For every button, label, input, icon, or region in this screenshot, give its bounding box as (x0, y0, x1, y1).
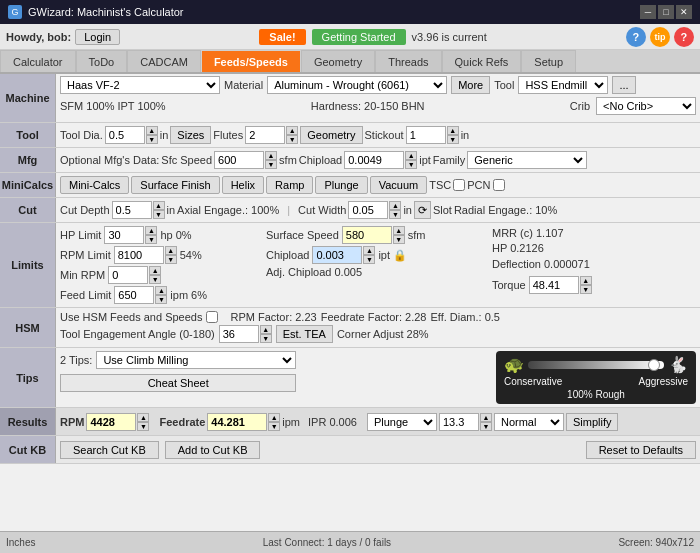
maximize-button[interactable]: □ (658, 5, 674, 19)
plunge-button[interactable]: Plunge (315, 176, 367, 194)
hp-up[interactable]: ▲ (145, 226, 157, 235)
cut-depth-input[interactable] (112, 201, 152, 219)
tab-todo[interactable]: ToDo (76, 50, 128, 72)
feed-limit-down[interactable]: ▼ (155, 295, 167, 304)
flutes-input[interactable] (245, 126, 285, 144)
sfc-down[interactable]: ▼ (265, 160, 277, 169)
material-select[interactable]: Aluminum - Wrought (6061) (267, 76, 447, 94)
ss-up[interactable]: ▲ (393, 226, 405, 235)
minimize-button[interactable]: ─ (640, 5, 656, 19)
login-button[interactable]: Login (75, 29, 120, 45)
geometry-button[interactable]: Geometry (300, 126, 362, 144)
ss-down[interactable]: ▼ (393, 235, 405, 244)
tip-select[interactable]: Use Climb Milling (96, 351, 296, 369)
surface-finish-button[interactable]: Surface Finish (131, 176, 219, 194)
sale-button[interactable]: Sale! (259, 29, 305, 45)
torque-down[interactable]: ▼ (580, 285, 592, 294)
more-button[interactable]: More (451, 76, 490, 94)
feed-limit-input[interactable] (114, 286, 154, 304)
surface-speed-input[interactable] (342, 226, 392, 244)
plunge-val-down[interactable]: ▼ (480, 422, 492, 431)
cheat-sheet-button[interactable]: Cheat Sheet (60, 374, 296, 392)
tip-button[interactable]: tip (650, 27, 670, 47)
help-button[interactable]: ? (626, 27, 646, 47)
chip-down[interactable]: ▼ (405, 160, 417, 169)
flutes-down[interactable]: ▼ (286, 135, 298, 144)
rpm-down[interactable]: ▼ (137, 422, 149, 431)
stickout-up[interactable]: ▲ (447, 126, 459, 135)
sfc-up[interactable]: ▲ (265, 151, 277, 160)
rpm-up[interactable]: ▲ (137, 413, 149, 422)
feedrate-result-input[interactable] (207, 413, 267, 431)
feedrate-up[interactable]: ▲ (268, 413, 280, 422)
sfc-speed-input[interactable] (214, 151, 264, 169)
sizes-button[interactable]: Sizes (170, 126, 211, 144)
tool-dia-down[interactable]: ▼ (146, 135, 158, 144)
mini-calcs-button[interactable]: Mini-Calcs (60, 176, 129, 194)
rpm-limit-down[interactable]: ▼ (165, 255, 177, 264)
cut-width-up[interactable]: ▲ (389, 201, 401, 210)
hp-limit-input[interactable] (104, 226, 144, 244)
pcn-checkbox[interactable] (493, 179, 505, 191)
reset-defaults-button[interactable]: Reset to Defaults (586, 441, 696, 459)
plunge-select[interactable]: Plunge (367, 413, 437, 431)
cut-icon-button[interactable]: ⟳ (414, 201, 431, 219)
tab-feeds-speeds[interactable]: Feeds/Speeds (201, 50, 301, 72)
tool-dots-button[interactable]: ... (612, 76, 635, 94)
machine-select[interactable]: Haas VF-2 (60, 76, 220, 94)
cut-depth-down[interactable]: ▼ (153, 210, 165, 219)
feedrate-factor-label: Feedrate Factor: 2.28 (321, 311, 427, 323)
ramp-button[interactable]: Ramp (266, 176, 313, 194)
plunge-val-up[interactable]: ▲ (480, 413, 492, 422)
tab-setup[interactable]: Setup (521, 50, 576, 72)
tab-quick-refs[interactable]: Quick Refs (442, 50, 522, 72)
hp-down[interactable]: ▼ (145, 235, 157, 244)
normal-select[interactable]: Normal (494, 413, 564, 431)
tool-select[interactable]: HSS Endmill (518, 76, 608, 94)
search-cut-kb-button[interactable]: Search Cut KB (60, 441, 159, 459)
rpm-limit-up[interactable]: ▲ (165, 246, 177, 255)
tab-threads[interactable]: Threads (375, 50, 441, 72)
close-button[interactable]: ✕ (676, 5, 692, 19)
flutes-up[interactable]: ▲ (286, 126, 298, 135)
simplify-button[interactable]: Simplify (566, 413, 619, 431)
rpm-result-input[interactable] (86, 413, 136, 431)
stickout-down[interactable]: ▼ (447, 135, 459, 144)
tea-input[interactable] (219, 325, 259, 343)
torque-up[interactable]: ▲ (580, 276, 592, 285)
tab-calculator[interactable]: Calculator (0, 50, 76, 72)
est-tea-button[interactable]: Est. TEA (276, 325, 333, 343)
crib-select[interactable]: <No Crib> (596, 97, 696, 115)
helix-button[interactable]: Helix (222, 176, 264, 194)
rpm-limit-input[interactable] (114, 246, 164, 264)
getting-started-button[interactable]: Getting Started (312, 29, 406, 45)
min-rpm-up[interactable]: ▲ (149, 266, 161, 275)
add-cut-kb-button[interactable]: Add to Cut KB (165, 441, 261, 459)
cl-up[interactable]: ▲ (363, 246, 375, 255)
family-select[interactable]: Generic (467, 151, 587, 169)
tool-dia-up[interactable]: ▲ (146, 126, 158, 135)
tea-up[interactable]: ▲ (260, 325, 272, 334)
feedrate-down[interactable]: ▼ (268, 422, 280, 431)
chipload-input[interactable] (344, 151, 404, 169)
plunge-value-input[interactable] (439, 413, 479, 431)
cl-down[interactable]: ▼ (363, 255, 375, 264)
cut-depth-up[interactable]: ▲ (153, 201, 165, 210)
min-rpm-down[interactable]: ▼ (149, 275, 161, 284)
torque-input[interactable] (529, 276, 579, 294)
cut-width-down[interactable]: ▼ (389, 210, 401, 219)
chip-up[interactable]: ▲ (405, 151, 417, 160)
tea-down[interactable]: ▼ (260, 334, 272, 343)
feed-limit-up[interactable]: ▲ (155, 286, 167, 295)
tsc-checkbox[interactable] (453, 179, 465, 191)
tab-geometry[interactable]: Geometry (301, 50, 375, 72)
vacuum-button[interactable]: Vacuum (370, 176, 428, 194)
tab-cadcam[interactable]: CADCAM (127, 50, 201, 72)
min-rpm-input[interactable] (108, 266, 148, 284)
hsm-checkbox[interactable] (206, 311, 218, 323)
chipload-limits-input[interactable] (312, 246, 362, 264)
cut-width-input[interactable] (348, 201, 388, 219)
tool-dia-input[interactable] (105, 126, 145, 144)
stickout-input[interactable] (406, 126, 446, 144)
question-button[interactable]: ? (674, 27, 694, 47)
